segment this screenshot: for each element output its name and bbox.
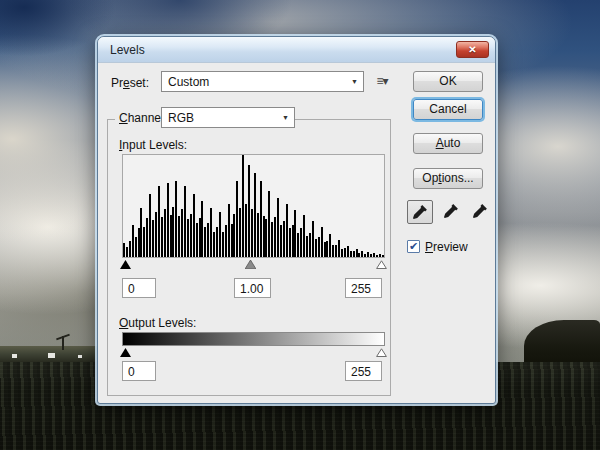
histogram-bar [167,183,169,257]
histogram-bar [356,249,358,257]
options-button[interactable]: Options... [413,168,483,189]
histogram-bar [236,181,238,258]
input-midtone-slider[interactable] [245,260,256,269]
channel-value: RGB [168,111,194,125]
histogram-bar [379,254,381,257]
cancel-button[interactable]: Cancel [413,99,483,120]
histogram-bar [164,209,166,257]
histogram-bar [376,255,378,257]
histogram-bar [347,246,349,257]
shoreline-building [48,353,55,358]
histogram-bar [231,224,233,257]
histogram-bar [158,186,160,257]
histogram-bar [201,201,203,257]
histogram-bar [361,251,363,257]
preview-checkbox[interactable]: ✔ [407,240,420,253]
histogram-bar [184,186,186,257]
histogram-bar [178,216,180,257]
histogram-bar [170,215,172,257]
histogram-bar [373,253,375,257]
preset-dropdown[interactable]: Custom ▼ [161,71,364,92]
histogram-bar [382,255,384,257]
black-point-eyedropper-button[interactable] [407,200,433,224]
shoreline-building [78,355,82,358]
histogram-bar [239,208,241,257]
histogram-bar [225,225,227,257]
preview-label: Preview [425,240,468,254]
input-shadow-field[interactable]: 0 [122,278,156,298]
white-point-eyedropper-button[interactable] [467,200,493,224]
histogram-bar [146,218,148,257]
histogram-bar [140,208,142,257]
histogram-bar [312,221,314,257]
histogram-bar [207,223,209,257]
histogram-bar [341,249,343,257]
histogram-bar [143,227,145,257]
input-levels-label: Input Levels: [119,138,187,152]
close-button[interactable]: ✕ [456,41,489,58]
histogram-bar [219,212,221,257]
histogram-bar [193,194,195,257]
histogram-bar [280,225,282,257]
histogram-bar [199,218,201,257]
histogram-bar [303,215,305,257]
histogram-bar [344,248,346,257]
histogram-bar [233,214,235,257]
output-levels-label: Output Levels: [119,316,196,330]
histogram-bar [152,220,154,257]
gray-point-eyedropper-button[interactable] [438,200,464,224]
input-midtone-field[interactable]: 1.00 [234,278,271,298]
auto-button[interactable]: Auto [413,133,483,154]
histogram-bar [242,155,244,257]
histogram-bar [289,228,291,257]
preset-label: Preset: [111,76,149,90]
input-shadow-slider[interactable] [120,260,131,269]
checkmark-icon: ✔ [409,240,418,252]
histogram-bar [271,222,273,257]
input-highlight-field[interactable]: 255 [345,278,382,298]
histogram-bar [329,234,331,257]
background-rocks [524,320,600,368]
histogram-bar [190,214,192,257]
histogram-bar [254,173,256,257]
histogram-bar [350,251,352,257]
histogram-bar [213,232,215,258]
histogram-bar [245,204,247,257]
histogram-bar [251,209,253,257]
histogram-bar [138,228,140,257]
histogram-bar [367,252,369,257]
ok-button[interactable]: OK [413,71,483,92]
preset-value: Custom [168,75,209,89]
histogram-bar [292,225,294,257]
titlebar[interactable]: Levels ✕ [98,37,495,63]
input-highlight-slider[interactable] [376,260,387,269]
output-highlight-slider[interactable] [376,348,387,357]
preset-menu-icon: ≡▾ [376,74,387,88]
output-shadow-field[interactable]: 0 [122,361,156,381]
histogram-bar [149,194,151,257]
output-highlight-field[interactable]: 255 [345,361,382,381]
screen: Levels ✕ Preset: Custom ▼ ≡▾ OK Cancel A… [0,0,600,450]
output-shadow-slider[interactable] [120,348,131,357]
histogram-bar [155,212,157,257]
histogram-bar [332,245,334,257]
output-gradient-bar [122,332,385,346]
histogram-bar [306,236,308,257]
histogram-bar [286,204,288,257]
histogram-bar [123,243,125,257]
histogram-bar [210,208,212,257]
histogram-bar [196,223,198,257]
histogram-bar [315,239,317,257]
shoreline-building [12,354,17,358]
histogram-bar [335,245,337,257]
histogram-bar [370,254,372,257]
close-icon: ✕ [468,44,476,55]
eyedropper-icon [472,203,488,219]
histogram-bar [126,247,128,257]
preset-options-menu-button[interactable]: ≡▾ [372,73,392,91]
channel-dropdown[interactable]: RGB ▼ [161,107,295,128]
histogram-bar [321,227,323,257]
histogram-bar [228,204,230,257]
histogram-bar [364,254,366,257]
eyedropper-icon [443,203,459,219]
